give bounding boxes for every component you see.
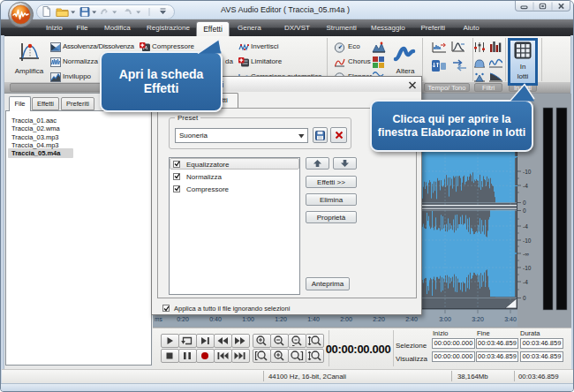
- svg-text:2:20: 2:20: [373, 316, 385, 322]
- svg-text:1:40: 1:40: [307, 316, 320, 322]
- svg-text:-10: -10: [523, 265, 532, 271]
- svg-text:2:00: 2:00: [340, 316, 352, 322]
- svg-text:3:00: 3:00: [439, 316, 451, 322]
- svg-text:-∞: -∞: [523, 251, 529, 257]
- svg-text:0: 0: [523, 295, 526, 301]
- svg-text:0: 0: [523, 207, 526, 214]
- svg-text:-4: -4: [523, 279, 528, 285]
- svg-text:-4: -4: [523, 183, 528, 189]
- svg-text:1:00: 1:00: [242, 316, 254, 322]
- svg-text:3:20: 3:20: [472, 316, 484, 322]
- svg-text:ms: ms: [155, 316, 162, 322]
- svg-text:-10: -10: [523, 237, 532, 244]
- svg-text:2:40: 2:40: [405, 316, 418, 322]
- svg-text:0: 0: [523, 200, 526, 206]
- svg-text:0:40: 0:40: [209, 316, 222, 322]
- svg-text:-10: -10: [523, 169, 532, 175]
- svg-text:0:20: 0:20: [177, 316, 189, 322]
- svg-text:3:40: 3:40: [504, 316, 517, 322]
- svg-text:1:20: 1:20: [275, 316, 287, 322]
- svg-text:-4: -4: [523, 223, 528, 230]
